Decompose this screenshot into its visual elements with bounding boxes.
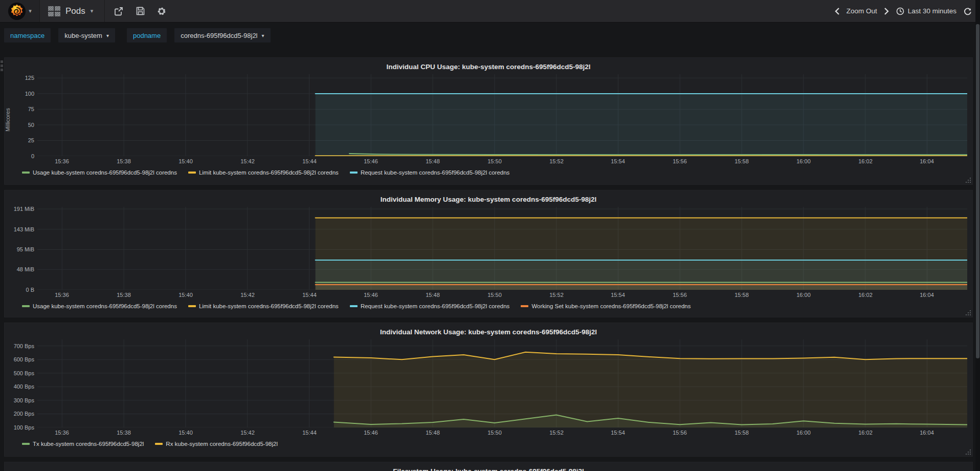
network-usage-chart[interactable] (37, 339, 967, 427)
variable-select-namespace[interactable]: kube-system ▾ (58, 28, 115, 42)
clock-icon (896, 7, 904, 15)
legend-item[interactable]: Usage kube-system coredns-695f96dcd5-98j… (22, 303, 177, 309)
save-icon (136, 7, 145, 15)
chevron-down-icon: ▾ (91, 8, 94, 14)
chevron-down-icon: ▾ (106, 33, 109, 38)
memory-usage-chart[interactable] (37, 207, 967, 290)
y-axis-ticks: 0 B48 MiB95 MiB143 MiB191 MiB (6, 207, 34, 299)
time-back-button[interactable] (835, 8, 839, 15)
x-axis-ticks: 15:3615:3815:4015:4215:4415:4615:4815:50… (37, 156, 966, 165)
panel-title[interactable]: Individual Network Usage: kube-system co… (5, 323, 972, 336)
panel-cpu-usage: Individual CPU Usage: kube-system coredn… (4, 57, 973, 185)
scrollbar-thumb[interactable] (976, 24, 979, 358)
time-forward-button[interactable] (884, 8, 889, 15)
settings-gear-icon (157, 7, 166, 16)
grafana-dashboard: { "navbar": { "dashboard_title": "Pods",… (0, 0, 980, 471)
chevron-down-icon: ▾ (262, 33, 264, 38)
refresh-button[interactable] (964, 7, 972, 15)
chart-legend: Usage kube-system coredns-695f96dcd5-98j… (22, 303, 972, 312)
share-icon (114, 7, 123, 16)
legend-item[interactable]: Tx kube-system coredns-695f96dcd5-98j2l (22, 441, 144, 447)
chart-legend: Tx kube-system coredns-695f96dcd5-98j2lR… (22, 441, 972, 450)
variable-select-podname[interactable]: coredns-695f96dcd5-98j2l ▾ (174, 28, 270, 42)
zoom-out-button[interactable]: Zoom Out (847, 7, 877, 15)
panel-resize-handle[interactable] (965, 449, 971, 455)
panel-network-usage: Individual Network Usage: kube-system co… (4, 323, 973, 457)
y-axis-ticks: 100 Bps200 Bps300 Bps400 Bps500 Bps600 B… (6, 339, 34, 437)
cpu-usage-chart[interactable] (37, 74, 967, 156)
zoom-out-label: Zoom Out (847, 7, 877, 15)
page-scrollbar (975, 0, 980, 471)
legend-item[interactable]: Working Set kube-system coredns-695f96dc… (521, 303, 691, 309)
x-axis-ticks: 15:3615:3815:4015:4215:4415:4615:4815:50… (37, 290, 966, 299)
panel-resize-handle[interactable] (965, 310, 971, 316)
row-drag-handle[interactable] (1, 60, 3, 71)
y-axis-ticks: 0255075100125 (6, 74, 34, 165)
template-variables-row: namespace kube-system ▾ podname coredns-… (0, 23, 980, 48)
settings-button[interactable] (153, 3, 170, 20)
save-button[interactable] (131, 3, 149, 20)
chevron-right-icon (884, 8, 889, 15)
panel-memory-usage: Individual Memory Usage: kube-system cor… (4, 190, 973, 317)
x-axis-ticks: 15:3615:3815:4015:4215:4415:4615:4815:50… (37, 427, 966, 437)
legend-item[interactable]: Usage kube-system coredns-695f96dcd5-98j… (22, 169, 177, 176)
legend-item[interactable]: Limit kube-system coredns-695f96dcd5-98j… (188, 169, 339, 176)
time-range-picker[interactable]: Last 30 minutes (896, 7, 956, 15)
grafana-logo (8, 2, 26, 20)
variable-label-podname: podname (127, 28, 167, 42)
chevron-down-icon: ▾ (29, 8, 32, 14)
refresh-icon (964, 7, 972, 15)
chevron-left-icon (835, 8, 839, 15)
legend-item[interactable]: Rx kube-system coredns-695f96dcd5-98j2l (155, 441, 278, 447)
share-button[interactable] (110, 3, 127, 20)
dashboard-grid-icon (48, 6, 60, 16)
panel-resize-handle[interactable] (965, 177, 971, 183)
panel-title[interactable]: Filesystem Usage: kube-system coredns-69… (5, 462, 972, 471)
variable-value: coredns-695f96dcd5-98j2l (181, 32, 257, 39)
navbar: ▾ Pods ▾ (0, 0, 980, 23)
dashboard-picker[interactable]: Pods ▾ (40, 0, 105, 22)
legend-item[interactable]: Request kube-system coredns-695f96dcd5-9… (350, 303, 510, 309)
time-range-label: Last 30 minutes (908, 7, 956, 15)
legend-item[interactable]: Limit kube-system coredns-695f96dcd5-98j… (188, 303, 339, 309)
dashboard-title: Pods (65, 6, 85, 16)
variable-value: kube-system (64, 32, 102, 39)
panel-title[interactable]: Individual Memory Usage: kube-system cor… (5, 190, 972, 204)
panel-title[interactable]: Individual CPU Usage: kube-system coredn… (5, 58, 972, 71)
variable-label-namespace: namespace (4, 28, 51, 42)
panel-filesystem-usage: Filesystem Usage: kube-system coredns-69… (4, 462, 973, 471)
legend-item[interactable]: Request kube-system coredns-695f96dcd5-9… (350, 169, 510, 176)
grafana-menu-button[interactable]: ▾ (0, 0, 40, 22)
chart-legend: Usage kube-system coredns-695f96dcd5-98j… (22, 169, 972, 179)
